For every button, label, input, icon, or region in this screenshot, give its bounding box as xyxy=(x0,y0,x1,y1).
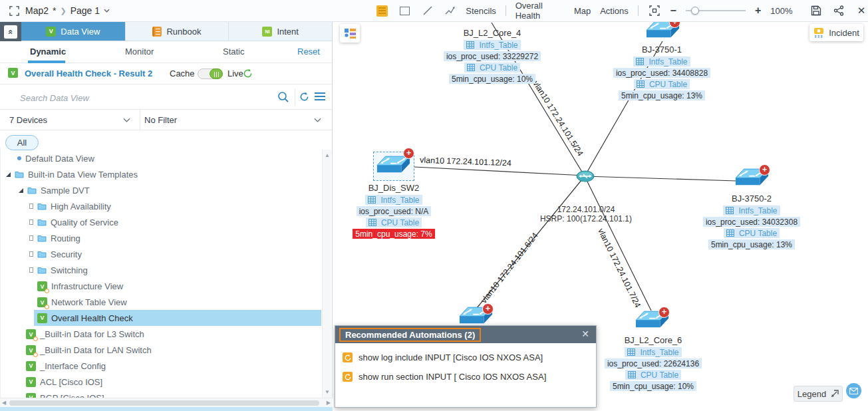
zoom-in-button[interactable]: + xyxy=(755,5,761,17)
subtab-dynamic[interactable]: Dynamic xyxy=(30,47,66,57)
device-name[interactable]: BJ-3750-1 xyxy=(642,45,682,55)
tree-item-quality-of-service[interactable]: Quality of Service xyxy=(1,214,321,230)
alert-badge-icon[interactable]: + xyxy=(403,148,414,159)
automation-item[interactable]: show log include INPUT [Cisco IOS NXOS A… xyxy=(343,352,596,362)
actions-menu[interactable]: Actions xyxy=(600,6,629,16)
collapsed-twisty-icon[interactable] xyxy=(29,235,33,241)
zoom-slider[interactable] xyxy=(686,6,746,15)
alert-badge-icon[interactable]: + xyxy=(658,307,670,318)
device-bj-l2-core-4[interactable]: BJ_L2_Core_4 Intfs_Table ios_proc_used: … xyxy=(419,28,565,85)
reload-data-view-icon[interactable] xyxy=(299,92,309,102)
tree-item-sample-dvt[interactable]: Sample DVT xyxy=(1,182,321,198)
line-tool-icon[interactable] xyxy=(421,3,434,18)
tree-item-high-availability[interactable]: High Availability xyxy=(1,198,321,214)
horizontal-scrollbar[interactable]: ◀ ▶ xyxy=(0,398,333,407)
refresh-result-icon[interactable] xyxy=(243,68,253,78)
map-title[interactable]: Map2 xyxy=(25,5,49,16)
cpu-table-link[interactable]: CPU Table xyxy=(724,228,780,238)
filter-dropdown-chevron-icon[interactable] xyxy=(314,118,321,122)
tab-runbook[interactable]: Runbook xyxy=(125,22,229,41)
cpu-table-link[interactable]: CPU Table xyxy=(464,63,520,72)
subtab-static[interactable]: Static xyxy=(223,47,245,57)
scroll-left-icon[interactable]: ◀ xyxy=(2,400,6,406)
device-icon-bj-l2-core-4[interactable] xyxy=(474,22,509,27)
search-icon[interactable] xyxy=(277,91,289,103)
scroll-right-icon[interactable]: ▶ xyxy=(327,400,331,406)
tab-intent[interactable]: NI Intent xyxy=(228,22,332,41)
intfs-table-link[interactable]: Intfs_Table xyxy=(633,57,690,67)
search-input[interactable] xyxy=(20,90,266,106)
tree-item-overall-health-check[interactable]: V Overall Health Check xyxy=(34,310,321,326)
device-name[interactable]: BJ_Dis_SW2 xyxy=(368,183,420,193)
device-bj-dis-sw2[interactable]: BJ_Dis_SW2 Intfs_Table ios_proc_used: N/… xyxy=(333,183,467,240)
collapsed-twisty-icon[interactable] xyxy=(29,251,33,257)
collapsed-twisty-icon[interactable] xyxy=(29,204,33,209)
cpu-table-link[interactable]: CPU Table xyxy=(634,79,690,89)
vertical-scrollbar[interactable]: ▲ ▼ xyxy=(322,150,331,398)
automation-item[interactable]: show run section INPUT [ Cisco IOS NXOS … xyxy=(343,372,596,382)
collapsed-twisty-icon[interactable] xyxy=(29,219,33,225)
device-bj-3750-1[interactable]: BJ-3750-1 Intfs_Table ios_proc_used: 344… xyxy=(589,45,735,102)
save-icon[interactable] xyxy=(810,3,823,18)
popup-header[interactable]: Recommended Automations (2) ✕ xyxy=(335,326,596,343)
connector-tool-icon[interactable] xyxy=(443,3,456,18)
zoom-slider-handle[interactable] xyxy=(691,7,699,15)
alert-badge-icon[interactable]: + xyxy=(759,164,770,176)
note-tool-icon[interactable] xyxy=(376,3,389,18)
devices-dropdown[interactable]: 7 Devices xyxy=(9,115,47,125)
tree-item-infrastructure-view[interactable]: V Infrastructure View xyxy=(1,278,321,294)
feedback-mail-button[interactable] xyxy=(846,383,861,398)
expanded-twisty-icon[interactable] xyxy=(6,172,11,177)
device-name[interactable]: BJ_L2_Core_4 xyxy=(464,28,521,38)
subtab-monitor[interactable]: Monitor xyxy=(125,47,154,57)
close-map-icon[interactable]: ✕ xyxy=(855,3,868,18)
expanded-twisty-icon[interactable] xyxy=(19,188,23,193)
tree-item-builtin-l3-switch[interactable]: V _Built-in Data for L3 Switch xyxy=(1,326,321,342)
intfs-table-link[interactable]: Intfs_Table xyxy=(625,347,681,357)
devices-dropdown-chevron-icon[interactable] xyxy=(123,118,130,122)
intfs-table-link[interactable]: Intfs_Table xyxy=(723,206,780,215)
device-icon-bj-dis-sw2[interactable] xyxy=(376,156,411,178)
overall-health-menu[interactable]: Overall Health xyxy=(515,1,565,21)
device-bj-3750-2[interactable]: BJ-3750-2 Intfs_Table ios_proc_used: 340… xyxy=(678,194,825,251)
tree-item-routing[interactable]: Routing xyxy=(1,230,321,246)
cpu-table-link[interactable]: CPU Table xyxy=(366,217,422,227)
tree-item-network-table-view[interactable]: V Network Table View xyxy=(1,294,321,310)
close-popup-icon[interactable]: ✕ xyxy=(581,329,589,339)
shape-tool-icon[interactable] xyxy=(398,3,412,18)
tab-data-view[interactable]: V Data View xyxy=(21,22,125,41)
collapsed-twisty-icon[interactable] xyxy=(29,267,33,273)
scroll-down-icon[interactable]: ▼ xyxy=(325,389,330,395)
tree-item-acl-cisco-ios[interactable]: V ACL [Cisco IOS] xyxy=(1,374,321,390)
stencils-button[interactable]: Stencils xyxy=(466,6,496,16)
tree-item-built-in-templates[interactable]: Built-in Data View Templates xyxy=(1,166,321,182)
collapse-sidebar-button[interactable]: « xyxy=(4,25,17,39)
page-selector[interactable]: Page 1 xyxy=(71,5,100,16)
tree-item-interface-config[interactable]: V _Interface Config xyxy=(1,358,321,374)
device-name[interactable]: BJ-3750-2 xyxy=(732,194,772,204)
cache-live-toggle[interactable] xyxy=(198,68,223,79)
tree-item-builtin-lan-switch[interactable]: V _Built-in Data for LAN Switch xyxy=(1,342,321,358)
cpu-table-link[interactable]: CPU Table xyxy=(625,370,681,380)
fit-to-screen-icon[interactable] xyxy=(648,3,661,18)
menu-icon[interactable] xyxy=(315,92,325,101)
tree-item-switching[interactable]: Switching xyxy=(1,262,321,278)
device-bj-l2-core-6[interactable]: BJ_L2_Core_6 Intfs_Table ios_proc_used: … xyxy=(580,335,726,392)
map-canvas[interactable]: vlan10 172.24.101.5/24 vlan10 172.24.101… xyxy=(333,22,868,411)
scroll-up-icon[interactable]: ▲ xyxy=(325,152,330,158)
result-title[interactable]: Overall Health Check - Result 2 xyxy=(25,68,152,78)
alert-badge-icon[interactable]: + xyxy=(482,303,494,315)
device-name[interactable]: BJ_L2_Core_6 xyxy=(625,335,682,345)
tree-item-default-data-view[interactable]: Default Data View xyxy=(1,150,321,166)
lan-segment-icon[interactable] xyxy=(576,170,595,182)
tree-item-bgp-cisco-ios[interactable]: V BGP [Cisco IOS] xyxy=(1,390,321,398)
share-icon[interactable] xyxy=(832,3,845,18)
reset-link[interactable]: Reset xyxy=(297,47,320,57)
scrollbar-thumb[interactable] xyxy=(9,400,319,406)
map-view-options-button[interactable] xyxy=(340,24,360,43)
expand-map-icon[interactable] xyxy=(7,3,21,18)
filter-dropdown[interactable]: No Filter xyxy=(144,115,177,125)
legend-button[interactable]: Legend xyxy=(794,386,843,402)
intfs-table-link[interactable]: Intfs_Table xyxy=(464,40,520,50)
intfs-table-link[interactable]: Intfs_Table xyxy=(365,195,422,205)
